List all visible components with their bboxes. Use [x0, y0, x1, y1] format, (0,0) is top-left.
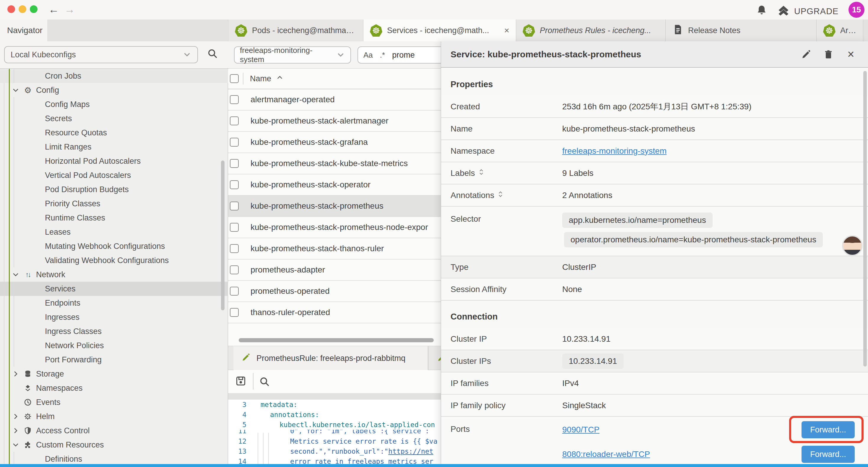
expand-collapse-icon[interactable]	[478, 168, 484, 178]
back-button[interactable]: ←	[47, 2, 61, 17]
sidebar-item[interactable]: ↑↓ Network	[0, 267, 228, 282]
sidebar-item[interactable]: ⚙ Config	[0, 83, 228, 97]
sidebar-item[interactable]: Helm	[0, 409, 228, 424]
sidebar-item[interactable]: Priority Classes	[0, 197, 228, 211]
user-avatar[interactable]	[842, 235, 863, 256]
tree-chevron-icon[interactable]	[12, 427, 20, 434]
navigator-panel-tab[interactable]: Navigator	[0, 20, 47, 41]
table-row[interactable]: kube-prometheus-stack-prometheus	[228, 196, 441, 217]
expand-collapse-icon[interactable]	[498, 190, 503, 200]
app-tab[interactable]: ☸ Prometheus Rules - icecheng...	[516, 20, 665, 41]
horizontal-scrollbar-thumb[interactable]	[239, 338, 434, 342]
row-checkbox[interactable]	[230, 95, 239, 104]
sidebar-search-icon[interactable]	[207, 48, 220, 61]
sidebar-item[interactable]: Resource Quotas	[0, 126, 228, 140]
sidebar-item[interactable]: Services	[0, 282, 228, 296]
table-row[interactable]: kube-prometheus-stack-alertmanager	[228, 111, 441, 132]
sidebar-item[interactable]: Config Maps	[0, 97, 228, 111]
table-row[interactable]: kube-prometheus-stack-kube-state-metrics	[228, 153, 441, 174]
namespace-select[interactable]: freeleaps-monitoring-system	[234, 47, 351, 63]
sidebar-item[interactable]: Events	[0, 395, 228, 409]
table-row[interactable]: prometheus-operated	[228, 281, 441, 302]
app-tab[interactable]: ☸ Services - icecheng@math... ×	[363, 20, 516, 41]
table-row[interactable]: kube-prometheus-stack-prometheus-node-ex…	[228, 217, 441, 238]
kubeconfig-select[interactable]: Local Kubeconfigs	[4, 46, 198, 63]
sidebar-item[interactable]: Pod Disruption Budgets	[0, 182, 228, 197]
upgrade-button[interactable]: UPGRADE	[777, 4, 838, 18]
table-row[interactable]: thanos-ruler-operated	[228, 302, 441, 323]
port-link[interactable]: 9090/TCP	[562, 425, 599, 435]
list-search-input[interactable]: Aa .* prome	[358, 47, 441, 63]
tree-chevron-icon[interactable]	[12, 370, 20, 377]
traffic-light-close[interactable]	[7, 5, 15, 13]
row-checkbox[interactable]	[230, 244, 239, 253]
row-checkbox[interactable]	[230, 308, 239, 317]
select-all-checkbox[interactable]	[230, 74, 239, 83]
row-value[interactable]: 9 Labels	[562, 169, 868, 178]
detail-scrollbar-thumb[interactable]	[863, 71, 867, 367]
tree-chevron-icon[interactable]	[12, 413, 20, 420]
forward-button[interactable]: Forward...	[802, 421, 855, 438]
edit-pencil-icon[interactable]	[800, 49, 812, 60]
tree-chevron-icon[interactable]	[12, 87, 20, 94]
table-row[interactable]: alertmanager-operated	[228, 89, 441, 111]
delete-trash-icon[interactable]	[823, 49, 834, 60]
sidebar-item[interactable]: Ingresses	[0, 310, 228, 324]
name-column-header[interactable]: Name	[250, 74, 284, 84]
tree-chevron-icon[interactable]	[12, 271, 20, 278]
notifications-bell-icon[interactable]	[756, 4, 768, 16]
port-link[interactable]: 8080:reloader-web/TCP	[562, 449, 650, 459]
sidebar-item[interactable]: Limit Ranges	[0, 140, 228, 154]
tab-close-icon[interactable]: ×	[504, 25, 509, 35]
sidebar-item[interactable]: Runtime Classes	[0, 211, 228, 225]
app-tab[interactable]: ☸ Argo Se	[816, 20, 863, 41]
editor-search-icon[interactable]	[259, 376, 270, 387]
row-value[interactable]: 2 Annotations	[562, 191, 868, 200]
sidebar-item[interactable]: Storage	[0, 367, 228, 381]
sidebar-scrollbar-thumb[interactable]	[221, 160, 224, 310]
tree-chevron-icon[interactable]	[12, 441, 20, 448]
row-checkbox[interactable]	[230, 287, 239, 296]
sidebar-item[interactable]: Custom Resources	[0, 438, 228, 452]
close-icon[interactable]: ×	[845, 49, 857, 60]
sidebar-item[interactable]: Mutating Webhook Configurations	[0, 239, 228, 253]
table-row[interactable]: kube-prometheus-stack-grafana	[228, 132, 441, 153]
row-checkbox[interactable]	[230, 265, 239, 274]
notification-count-badge[interactable]: 15	[848, 2, 864, 18]
forward-button[interactable]: Forward...	[802, 446, 855, 463]
table-row[interactable]: kube-prometheus-stack-thanos-ruler	[228, 238, 441, 260]
app-tab[interactable]: Release Notes	[665, 20, 816, 41]
app-tab[interactable]: ☸ Pods - icecheng@mathmas...	[228, 20, 363, 41]
row-checkbox[interactable]	[230, 202, 239, 210]
forward-button[interactable]: →	[63, 2, 77, 17]
row-checkbox[interactable]	[230, 116, 239, 125]
sidebar-item[interactable]: Vertical Pod Autoscalers	[0, 168, 228, 182]
sidebar-item[interactable]: Leases	[0, 225, 228, 239]
sidebar-item[interactable]: Network Policies	[0, 339, 228, 353]
row-checkbox[interactable]	[230, 159, 239, 168]
table-row[interactable]: prometheus-adapter	[228, 260, 441, 281]
traffic-light-minimize[interactable]	[19, 5, 26, 13]
row-checkbox[interactable]	[230, 138, 239, 147]
match-case-toggle[interactable]: Aa	[363, 51, 373, 60]
sidebar-item[interactable]: Cron Jobs	[0, 69, 228, 83]
traffic-light-maximize[interactable]	[30, 5, 37, 13]
sidebar-item[interactable]: Namespaces	[0, 381, 228, 395]
save-icon[interactable]	[235, 375, 247, 387]
sidebar-item[interactable]: Secrets	[0, 111, 228, 126]
namespace-link[interactable]: freeleaps-monitoring-system	[562, 146, 666, 155]
editor-tab[interactable]: PrometheusRule: freeleaps-prod-rabbitmq	[234, 346, 428, 370]
code-link[interactable]: https://net	[388, 447, 433, 455]
sidebar-item[interactable]: Horizontal Pod Autoscalers	[0, 154, 228, 168]
sidebar-item[interactable]: Validating Webhook Configurations	[0, 253, 228, 267]
row-checkbox[interactable]	[230, 180, 239, 189]
row-checkbox[interactable]	[230, 223, 239, 232]
sidebar-item[interactable]: Access Control	[0, 424, 228, 438]
yaml-editor[interactable]: 3 metadata: 4 annotations: 5 kubectl.kub…	[228, 400, 441, 467]
sidebar-item[interactable]: Endpoints	[0, 296, 228, 310]
sidebar-item[interactable]: Ingress Classes	[0, 324, 228, 339]
sidebar-item[interactable]: Port Forwarding	[0, 353, 228, 367]
editor-tab-partial[interactable]	[437, 346, 441, 370]
table-row[interactable]: kube-prometheus-stack-operator	[228, 174, 441, 196]
regex-toggle[interactable]: .*	[380, 51, 385, 60]
